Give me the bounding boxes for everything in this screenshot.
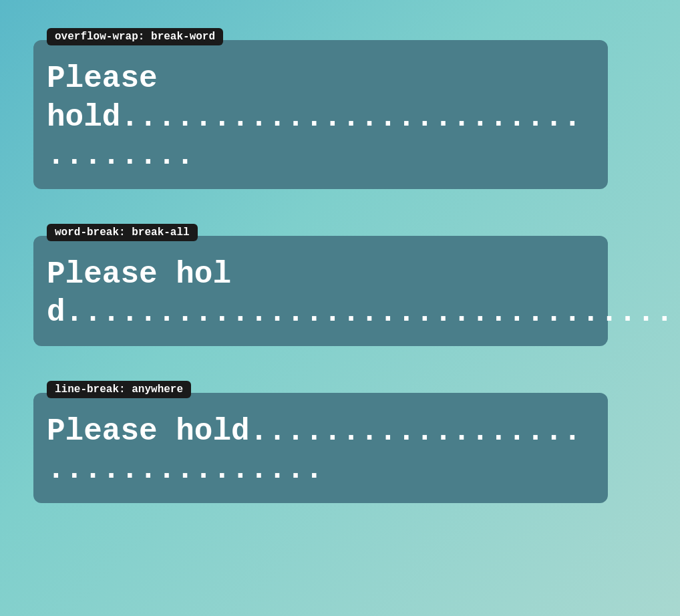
word-break-demo: word-break: break-all Please hold.......… <box>33 236 608 346</box>
demo-text-2: Please hold.............................… <box>47 249 594 333</box>
property-label-2: word-break: break-all <box>47 224 198 241</box>
property-label-1: overflow-wrap: break-word <box>47 28 223 45</box>
property-label-3: line-break: anywhere <box>47 381 191 398</box>
demo-text-1: Please hold.............................… <box>47 53 594 176</box>
line-break-demo: line-break: anywhere Please hold........… <box>33 393 608 503</box>
overflow-wrap-demo: overflow-wrap: break-word Please hold...… <box>33 40 608 189</box>
demo-text-3: Please hold.............................… <box>47 406 594 490</box>
